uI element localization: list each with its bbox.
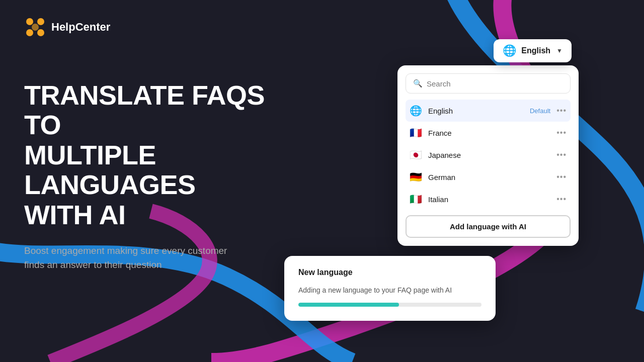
- card-title: New language: [298, 268, 481, 277]
- language-list: 🌐 English Default ••• 🇫🇷 France ••• 🇯🇵 J…: [406, 100, 571, 210]
- globe-icon: 🌐: [503, 44, 516, 57]
- header: HelpCenter: [24, 16, 110, 38]
- language-name: English: [428, 107, 530, 115]
- list-item[interactable]: 🌐 English Default •••: [406, 100, 571, 122]
- language-name: Japanese: [428, 151, 556, 159]
- logo-text: HelpCenter: [51, 21, 110, 34]
- svg-point-3: [37, 29, 44, 36]
- chevron-down-icon: ▼: [556, 47, 562, 54]
- search-input[interactable]: [427, 79, 563, 88]
- card-description: Adding a new language to your FAQ page w…: [298, 285, 481, 296]
- list-item[interactable]: 🇯🇵 Japanese •••: [406, 144, 571, 166]
- svg-point-0: [26, 18, 33, 25]
- heading-line2: Multiple Languages: [24, 140, 196, 200]
- more-options-icon[interactable]: •••: [556, 195, 567, 204]
- list-item[interactable]: 🇩🇪 German •••: [406, 166, 571, 188]
- main-content: Translate FAQs to Multiple Languages wit…: [24, 80, 296, 273]
- progress-bar-fill: [298, 303, 399, 307]
- svg-point-1: [37, 18, 44, 25]
- add-language-button[interactable]: Add language with AI: [406, 215, 571, 238]
- progress-bar-background: [298, 303, 481, 307]
- logo-icon: [24, 16, 46, 38]
- list-item[interactable]: 🇮🇹 Italian •••: [406, 188, 571, 210]
- main-subtext: Boost engagement making sure every custo…: [24, 244, 235, 273]
- more-options-icon[interactable]: •••: [556, 150, 567, 159]
- heading-line1: Translate FAQs to: [24, 80, 265, 140]
- svg-point-2: [26, 29, 33, 36]
- language-name: Italian: [428, 195, 556, 204]
- new-language-card: New language Adding a new language to yo…: [284, 256, 496, 321]
- list-item[interactable]: 🇫🇷 France •••: [406, 122, 571, 144]
- selected-language-label: English: [521, 46, 550, 55]
- more-options-icon[interactable]: •••: [556, 106, 567, 115]
- svg-point-4: [32, 24, 39, 31]
- flag-icon: 🇯🇵: [410, 149, 422, 161]
- language-panel: 🔍 🌐 English Default ••• 🇫🇷 France ••• 🇯🇵…: [397, 65, 579, 246]
- language-name: France: [428, 129, 556, 137]
- flag-icon: 🇮🇹: [410, 193, 422, 205]
- more-options-icon[interactable]: •••: [556, 128, 567, 137]
- search-bar[interactable]: 🔍: [406, 73, 571, 94]
- main-heading: Translate FAQs to Multiple Languages wit…: [24, 80, 296, 230]
- more-options-icon[interactable]: •••: [556, 172, 567, 182]
- heading-line3: with AI: [24, 200, 125, 230]
- search-icon: 🔍: [413, 79, 423, 88]
- language-name: German: [428, 173, 556, 182]
- language-selector-button[interactable]: 🌐 English ▼: [494, 39, 572, 62]
- flag-icon: 🇩🇪: [410, 171, 422, 183]
- default-badge: Default: [530, 107, 550, 115]
- flag-icon: 🇫🇷: [410, 127, 422, 139]
- flag-icon: 🌐: [410, 105, 422, 117]
